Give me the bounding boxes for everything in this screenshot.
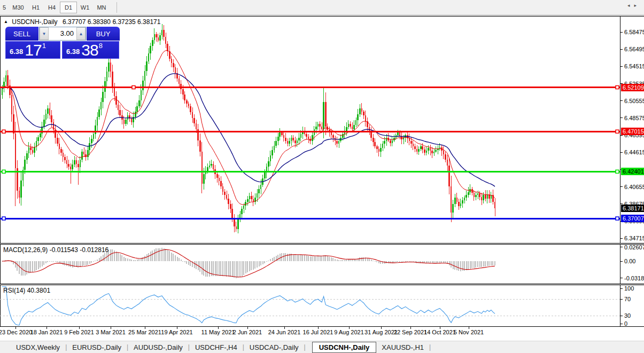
time-axis-label[interactable]: 16 Jul 2021: [303, 329, 333, 335]
timeframe-button-M30[interactable]: M30: [9, 2, 28, 13]
line-handle[interactable]: [2, 170, 5, 173]
tab-scroll-right-icon[interactable]: ▸: [634, 3, 641, 8]
line-handle[interactable]: [616, 217, 619, 220]
time-axis-label[interactable]: 5 Nov 2021: [454, 329, 484, 335]
svg-text:-0.03187: -0.03187: [624, 275, 644, 281]
svg-text:6.50555: 6.50555: [624, 98, 644, 104]
volume-decrease-button[interactable]: ▼: [40, 27, 49, 40]
timeframe-button-H4[interactable]: H4: [44, 2, 60, 13]
timeframe-button-H1[interactable]: H1: [28, 2, 44, 13]
volume-stepper: ▼ 3.00 ▲: [39, 27, 86, 41]
svg-text:0.02607: 0.02607: [624, 245, 644, 250]
svg-text:6.54515: 6.54515: [624, 63, 644, 69]
line-handle[interactable]: [616, 86, 619, 89]
svg-text:0: 0: [624, 320, 627, 326]
rsi-panel-bottom-border: [0, 326, 644, 327]
time-axis-label[interactable]: 9 Aug 2021: [334, 329, 364, 335]
time-axis-label[interactable]: 9 Feb 2021: [64, 329, 94, 335]
time-axis-label[interactable]: 25 Mar 2021: [128, 329, 161, 335]
toolbar-separator: [117, 2, 117, 13]
svg-text:6.40655: 6.40655: [624, 184, 644, 190]
tab-separator: |: [243, 343, 244, 351]
sell-price-sup: 1: [42, 42, 46, 50]
svg-text:70: 70: [624, 296, 631, 302]
tab-separator: |: [188, 343, 190, 351]
time-axis-label[interactable]: 18 Jan 2021: [30, 329, 63, 335]
hline-price-label-6.42401: 6.42401: [621, 168, 644, 175]
time-axis-label[interactable]: 19 Apr 2021: [161, 329, 192, 335]
svg-text:6.48575: 6.48575: [624, 115, 644, 121]
volume-input[interactable]: 3.00: [49, 27, 76, 40]
rsi-indicator-canvas[interactable]: 10070300: [0, 285, 644, 326]
tab-scroll-arrows[interactable]: ◂▸: [627, 3, 641, 8]
tab-scroll-left-icon[interactable]: ◂: [627, 3, 634, 8]
chart-tab-xauusd-[interactable]: XAUUSD-,H1: [379, 343, 426, 351]
time-axis-label[interactable]: 3 Mar 2021: [96, 329, 126, 335]
line-handle[interactable]: [616, 130, 619, 133]
rsi-axis[interactable]: 10070300: [620, 285, 634, 326]
line-handle[interactable]: [616, 170, 619, 173]
chart-symbol-timeframe: USDCNH-,Daily: [12, 18, 57, 26]
hline-price-label-6.47015: 6.47015: [621, 128, 644, 135]
buy-price-big: 38: [81, 43, 98, 57]
line-handle[interactable]: [2, 130, 5, 133]
svg-text:100: 100: [624, 285, 634, 292]
time-axis-label[interactable]: 23 Dec 2020: [0, 329, 32, 335]
chart-tab-usdx[interactable]: USDX,Weekly: [14, 343, 62, 351]
time-axis-label[interactable]: 14 Oct 2021: [424, 329, 456, 335]
macd-axis[interactable]: 0.026070.00-0.03187: [620, 245, 644, 281]
tab-separator: |: [429, 343, 431, 351]
tab-separator: |: [127, 343, 128, 351]
timeframe-toolbar: 5M30H1H4D1W1MN: [0, 0, 644, 15]
ma-fast-line: [2, 51, 495, 205]
chart-title: ▲ USDCNH-,Daily 6.37707 6.38380 6.37235 …: [4, 18, 160, 26]
rsi-label: RSI(14) 40.3801: [3, 287, 50, 294]
sell-button[interactable]: SELL: [5, 27, 38, 41]
tab-separator: |: [65, 343, 67, 351]
timeframe-button-D1[interactable]: D1: [60, 2, 77, 13]
timeframe-button-5[interactable]: 5: [0, 2, 9, 13]
chart-tab-eurusd-[interactable]: EURUSD-,Daily: [70, 343, 123, 351]
time-axis-label[interactable]: 31 Aug 2021: [364, 329, 398, 335]
mt4-chart-window: 5M30H1H4D1W1MN 6.584756.564956.545156.52…: [0, 0, 644, 353]
macd-label: MACD(12,26,9) -0.011543 -0.012816: [3, 246, 108, 254]
buy-price-small: 6.38: [66, 48, 80, 56]
time-axis-label[interactable]: 24 Jun 2021: [268, 329, 301, 335]
buy-price-display[interactable]: 6.38 38 8: [62, 41, 119, 59]
chart-tab-usdcad-[interactable]: USDCAD-,Daily: [247, 343, 301, 351]
timeframe-button-W1[interactable]: W1: [77, 2, 93, 13]
collapse-panel-icon[interactable]: ▲: [4, 19, 8, 24]
hline-price-label-6.52109: 6.52109: [621, 84, 644, 91]
time-axis-label[interactable]: 2 Jun 2021: [233, 329, 262, 335]
line-handle[interactable]: [132, 86, 135, 89]
chart-tab-bar: USDX,Weekly|EURUSD-,Daily|AUDUSD-,Daily|…: [0, 341, 644, 353]
chart-tab-audusd-[interactable]: AUDUSD-,Daily: [131, 343, 185, 351]
buy-button[interactable]: BUY: [87, 27, 120, 41]
svg-text:6.44615: 6.44615: [624, 149, 644, 155]
time-axis-label[interactable]: 22 Sep 2021: [394, 329, 427, 335]
volume-increase-button[interactable]: ▲: [76, 27, 86, 40]
sell-price-big: 17: [25, 43, 41, 57]
time-axis-label[interactable]: 11 May 2021: [201, 329, 235, 335]
sell-price-display[interactable]: 6.38 17 1: [5, 41, 60, 59]
svg-text:30: 30: [624, 312, 631, 319]
svg-text:6.56495: 6.56495: [624, 46, 644, 52]
sell-price-small: 6.38: [10, 48, 23, 56]
hline-price-label-6.37007: 6.37007: [621, 215, 644, 222]
line-handle[interactable]: [2, 217, 5, 220]
main-panel-bottom-border: [0, 243, 644, 244]
one-click-trading-panel: SELL ▼ 3.00 ▲ BUY 6.38 17 1 6.38 38 8: [5, 27, 120, 59]
buy-price-sup: 8: [99, 42, 103, 50]
tab-separator: |: [304, 343, 306, 351]
ma-slow-line: [2, 74, 495, 186]
timeframe-button-MN[interactable]: MN: [93, 2, 110, 13]
svg-text:6.34715: 6.34715: [624, 235, 644, 241]
macd-panel-bottom-border: [0, 284, 644, 284]
chart-tab-usdcnh-[interactable]: USDCNH-,Daily: [312, 342, 377, 353]
current-price-label: 6.38171: [621, 205, 644, 212]
svg-text:6.58475: 6.58475: [624, 29, 644, 35]
svg-text:0.00: 0.00: [624, 258, 635, 264]
chart-ohlc-values: 6.37707 6.38380 6.37235 6.38171: [63, 18, 161, 26]
chart-tab-usdchf-[interactable]: USDCHF-,H4: [193, 343, 239, 351]
rsi-line: [2, 287, 495, 325]
